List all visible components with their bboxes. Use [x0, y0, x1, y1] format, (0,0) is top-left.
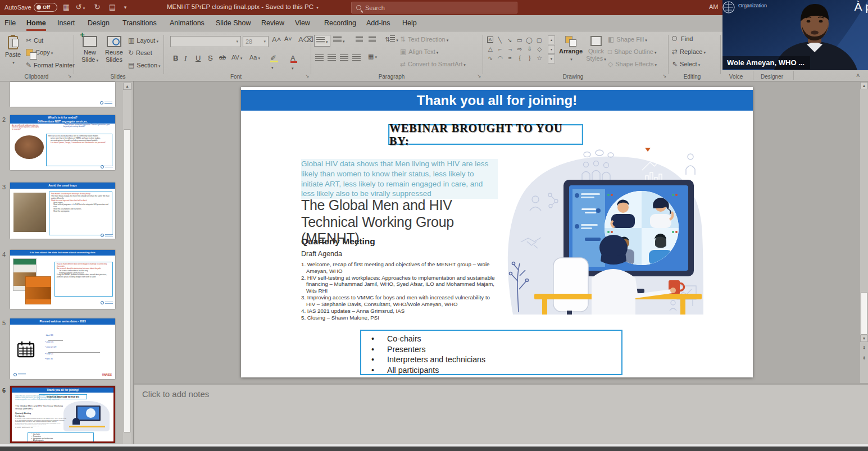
text-highlight-button[interactable]: ✐▾: [270, 54, 278, 71]
thumbnail-scroll-up-icon[interactable]: ▲: [123, 83, 131, 90]
italic-button[interactable]: I: [184, 54, 187, 63]
tab-transitions[interactable]: Transitions: [122, 15, 157, 31]
next-slide-icon[interactable]: ⇟: [860, 355, 868, 362]
select-button[interactable]: ⇖Select▾: [672, 60, 700, 68]
shape-down-arrow-icon[interactable]: ⇩: [525, 44, 535, 53]
shapes-gallery-more-icon[interactable]: ▼: [548, 54, 555, 63]
slide-thumbnail-3[interactable]: Avoid the usual traps New models should …: [10, 183, 115, 239]
copy-button[interactable]: Copy▾: [26, 49, 53, 56]
align-right-button[interactable]: [340, 54, 348, 62]
shape-curve-icon[interactable]: ≈: [505, 53, 515, 62]
shape-rounded-rectangle-icon[interactable]: ▢: [534, 35, 544, 44]
shape-triangle-icon[interactable]: △: [485, 44, 496, 53]
strikethrough-ab-button[interactable]: ab: [219, 54, 226, 61]
shape-oval-icon[interactable]: ◯: [525, 35, 535, 44]
numbering-button[interactable]: ▾: [333, 36, 345, 44]
tab-insert[interactable]: Insert: [57, 15, 75, 31]
undo-icon[interactable]: ↺▾: [75, 2, 86, 13]
find-button[interactable]: Find: [672, 35, 693, 42]
tab-slide-show[interactable]: Slide Show: [216, 15, 251, 31]
tab-home[interactable]: Home: [26, 15, 46, 31]
slide-thumbnail-2[interactable]: What's in it for me(n)? Differentiate NO…: [10, 115, 115, 170]
line-spacing-button[interactable]: ⇅▾: [385, 35, 398, 43]
shape-star-icon[interactable]: ☆: [535, 53, 545, 62]
webcam-overlay[interactable]: Organization À pr Wole Ameyan, WHO ...: [722, 0, 868, 70]
change-case-button[interactable]: Aa▾: [249, 54, 260, 61]
scroll-down-icon[interactable]: ▼: [860, 335, 868, 342]
quick-styles-button[interactable]: QuickStyles▾: [584, 35, 608, 63]
main-scrollbar[interactable]: ▲ ▼ ⇞ ⇟: [860, 82, 868, 383]
tab-animations[interactable]: Animations: [170, 15, 204, 31]
font-name-combo[interactable]: ▾: [170, 36, 241, 47]
shape-pentagon-icon[interactable]: ◇: [535, 44, 545, 53]
shapes-gallery-up-icon[interactable]: ▴: [548, 35, 555, 44]
shapes-gallery[interactable]: A ╲ ↘ ▭ ◯ ▢ △ ⌐ ¬ ⇨ ⇩ ◇ ∿ ◠ ≈ { } ☆: [485, 35, 546, 62]
search-input[interactable]: [365, 4, 500, 11]
slide-thumbnail-4[interactable]: It is less about the dots but more about…: [10, 250, 115, 309]
underline-button[interactable]: U: [196, 54, 201, 62]
decrease-font-size-button[interactable]: A˅: [284, 35, 292, 42]
layout-button[interactable]: ▥Layout▾: [128, 37, 158, 44]
justify-button[interactable]: [352, 54, 361, 62]
slide-thumbnail-5[interactable]: Planned webinar series dates - 2023 • Ap…: [10, 318, 115, 379]
shape-outline-button[interactable]: □Shape Outline▾: [608, 48, 656, 56]
paragraph-dialog-launcher-icon[interactable]: ↘: [477, 73, 481, 79]
arrange-button[interactable]: Arrange▾: [559, 35, 583, 63]
thumbnail-panel-scrollbar[interactable]: ▲: [123, 82, 131, 444]
autosave-toggle[interactable]: Off: [34, 3, 57, 12]
slide-title[interactable]: Thank you all for joining!: [241, 90, 753, 111]
slide-intro-text[interactable]: Global HIV data shows that Men living wi…: [301, 159, 498, 199]
redo-icon[interactable]: ↻: [92, 2, 103, 12]
shape-arrow-icon[interactable]: ↘: [505, 35, 515, 44]
previous-slide-icon[interactable]: ⇞: [860, 345, 868, 352]
slide-subheading[interactable]: Quarterly Meeting: [301, 236, 375, 247]
quick-access-toolbar-more-icon[interactable]: ▾: [120, 2, 131, 12]
section-button[interactable]: ▤Section▾: [128, 61, 161, 69]
scroll-up-icon[interactable]: ▲: [860, 82, 868, 89]
align-left-button[interactable]: [315, 54, 324, 62]
shape-rectangle-icon[interactable]: ▭: [515, 35, 525, 44]
increase-font-size-button[interactable]: A˄: [272, 35, 281, 44]
tab-add-ins[interactable]: Add-ins: [366, 15, 390, 31]
tab-design[interactable]: Design: [88, 15, 110, 31]
font-dialog-launcher-icon[interactable]: ↘: [305, 73, 310, 79]
user-initials-badge[interactable]: AM: [709, 3, 719, 10]
replace-button[interactable]: ⇄Replace▾: [672, 48, 706, 56]
shape-line-icon[interactable]: ╲: [495, 35, 505, 44]
shape-fill-button[interactable]: ◧Shape Fill▾: [608, 35, 647, 43]
agenda-list[interactable]: 1. Welcome, recap of first meeting and o…: [301, 261, 499, 321]
tab-help[interactable]: Help: [402, 15, 417, 31]
shape-right-arrow-icon[interactable]: ⇨: [515, 44, 525, 53]
notes-pane[interactable]: Click to add notes: [134, 385, 868, 444]
tab-file[interactable]: File: [4, 15, 16, 31]
font-size-combo[interactable]: 28▾: [243, 36, 269, 47]
slide-thumbnail-1[interactable]: [10, 82, 115, 107]
shape-right-brace-icon[interactable]: }: [525, 53, 535, 62]
tab-review[interactable]: Review: [261, 15, 284, 31]
shape-effects-button[interactable]: ◇Shape Effects▾: [608, 60, 657, 68]
thumbnail-scrollbar-thumb[interactable]: [124, 129, 131, 432]
tab-view[interactable]: View: [295, 15, 310, 31]
main-scrollbar-thumb[interactable]: [861, 292, 867, 335]
align-center-button[interactable]: [328, 54, 336, 62]
slide-thumbnail-6-selected[interactable]: Thank you all for joining! Webinar broug…: [10, 386, 115, 443]
cut-button[interactable]: ✂Cut: [26, 37, 43, 44]
character-spacing-button[interactable]: AV▾: [231, 54, 242, 61]
drawing-dialog-launcher-icon[interactable]: ↘: [662, 73, 667, 79]
clipboard-dialog-launcher-icon[interactable]: ↘: [67, 73, 72, 79]
format-painter-button[interactable]: ✎Format Painter: [26, 61, 75, 69]
shape-elbow-arrow-icon[interactable]: ¬: [505, 44, 515, 53]
collapse-ribbon-icon[interactable]: ˄: [856, 72, 860, 79]
shape-left-brace-icon[interactable]: {: [515, 53, 525, 62]
strikethrough-button[interactable]: S: [208, 54, 213, 62]
document-title-caret-icon[interactable]: ▾: [316, 6, 319, 10]
new-slide-button[interactable]: NewSlide▾: [78, 35, 102, 64]
agenda-label[interactable]: Draft Agenda: [301, 250, 342, 258]
notes-placeholder[interactable]: Click to add notes: [142, 389, 209, 399]
reuse-slides-button[interactable]: ReuseSlides: [102, 35, 126, 63]
shapes-gallery-down-icon[interactable]: ▾: [548, 45, 555, 54]
increase-indent-button[interactable]: [369, 36, 376, 44]
shape-arc-icon[interactable]: ◠: [496, 53, 506, 62]
webinar-banner-box[interactable]: Webinar brought to you by:: [388, 124, 583, 145]
search-box[interactable]: [351, 2, 517, 13]
